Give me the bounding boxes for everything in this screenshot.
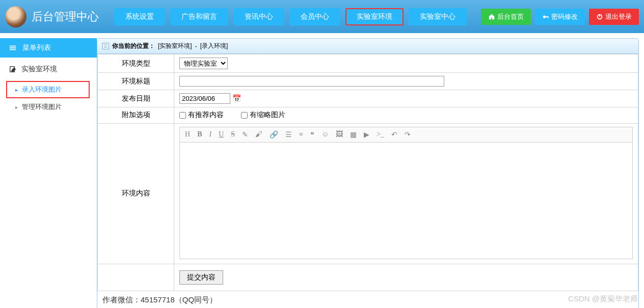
link-icon[interactable]: 🔗: [270, 130, 278, 139]
nav-ads-messages[interactable]: 广告和留言: [170, 8, 228, 25]
underline-icon[interactable]: U: [219, 130, 224, 138]
thumb-label: 有缩略图片: [250, 110, 285, 120]
undo-icon[interactable]: ↶: [391, 130, 397, 139]
watermark: CSDN @黄菊华老师: [568, 294, 638, 304]
calendar-icon[interactable]: 📅: [232, 94, 241, 102]
redo-icon[interactable]: ↷: [405, 130, 411, 139]
home-icon: [488, 13, 495, 20]
nav-info-center[interactable]: 资讯中心: [233, 8, 284, 25]
breadcrumb-part2: [录入环境]: [200, 42, 228, 50]
bold-icon[interactable]: B: [197, 130, 202, 138]
home-button-label: 后台首页: [497, 12, 524, 21]
password-button[interactable]: 密码修改: [535, 9, 585, 25]
breadcrumb: 你当前的位置： [实验室环境]-[录入环境]: [97, 39, 638, 54]
logout-button[interactable]: 退出登录: [589, 9, 639, 25]
breadcrumb-prefix: 你当前的位置：: [112, 42, 155, 50]
ordered-list-icon[interactable]: ≡: [299, 130, 303, 138]
app-title: 后台管理中心: [32, 9, 99, 24]
publish-date-label: 发布日期: [98, 90, 174, 107]
recommend-checkbox[interactable]: [179, 112, 186, 119]
env-type-label: 环境类型: [98, 54, 174, 73]
env-title-label: 环境标题: [98, 73, 174, 90]
nav-lab-env[interactable]: 实验室环境: [345, 8, 404, 25]
nav-system-settings[interactable]: 系统设置: [114, 8, 165, 25]
strike-icon[interactable]: S: [231, 130, 235, 138]
quote-icon[interactable]: ❝: [310, 130, 314, 139]
nav-bar: 系统设置 广告和留言 资讯中心 会员中心 实验室环境 实验室中心: [114, 8, 476, 25]
nav-lab-center[interactable]: 实验室中心: [409, 8, 467, 25]
code-icon[interactable]: >_: [377, 130, 384, 138]
brush-icon[interactable]: 🖌: [255, 130, 262, 138]
env-type-select[interactable]: 物理实验室: [179, 58, 228, 69]
table-icon[interactable]: ▦: [350, 130, 357, 139]
panel: 你当前的位置： [实验室环境]-[录入环境] 环境类型 物理实验室 环境标题: [97, 38, 639, 308]
header-actions: 后台首页 密码修改 退出登录: [481, 9, 639, 25]
submit-button[interactable]: 提交内容: [179, 270, 223, 285]
sidebar-item-manage-image[interactable]: ▸ 管理环境图片: [0, 98, 97, 116]
caret-right-icon: ▸: [15, 87, 18, 93]
menu-section-label: 实验室环境: [21, 65, 57, 74]
top-header: 后台管理中心 系统设置 广告和留言 资讯中心 会员中心 实验室环境 实验室中心 …: [0, 0, 644, 33]
sidebar-item-label: 管理环境图片: [22, 102, 62, 111]
sidebar-item-add-image[interactable]: ▸ 录入环境图片: [6, 81, 90, 98]
thumb-checkbox[interactable]: [241, 112, 248, 119]
publish-date-input[interactable]: [179, 93, 230, 104]
nav-member-center[interactable]: 会员中心: [289, 8, 340, 25]
menu-section-lab-env[interactable]: 实验室环境: [0, 58, 97, 81]
menu-header-label: 菜单列表: [22, 43, 51, 52]
power-icon: [596, 13, 603, 20]
document-icon: [102, 43, 109, 49]
caret-right-icon: ▸: [15, 104, 18, 110]
menu-list-icon: [9, 44, 16, 51]
recommend-label: 有推荐内容: [188, 110, 224, 120]
key-icon: [542, 13, 549, 20]
breadcrumb-part1: [实验室环境]: [158, 42, 192, 50]
content-editor[interactable]: [179, 142, 633, 259]
list-icon[interactable]: ☰: [285, 130, 292, 139]
svg-rect-2: [548, 16, 549, 18]
breadcrumb-sep: -: [195, 43, 197, 50]
form-table: 环境类型 物理实验室 环境标题 发布日期 📅 附加选项: [97, 54, 638, 291]
sidebar: 菜单列表 实验室环境 ▸ 录入环境图片 ▸ 管理环境图片: [0, 33, 97, 308]
edit-icon: [9, 66, 16, 73]
env-content-label: 环境内容: [98, 123, 174, 264]
recommend-checkbox-wrap[interactable]: 有推荐内容: [179, 110, 224, 120]
image-icon[interactable]: 🖼: [336, 130, 343, 138]
footer-text: 作者微信：45157718（QQ同号）: [97, 291, 638, 309]
extra-options-label: 附加选项: [98, 107, 174, 124]
editor-toolbar: H B I U S ✎ 🖌 🔗 ☰ ≡ ❝ ☺ 🖼: [179, 127, 633, 142]
logout-button-label: 退出登录: [605, 12, 632, 21]
emoji-icon[interactable]: ☺: [321, 130, 329, 138]
content-area: 你当前的位置： [实验室环境]-[录入环境] 环境类型 物理实验室 环境标题: [97, 33, 644, 308]
avatar: [5, 6, 26, 27]
svg-rect-7: [10, 49, 16, 50]
password-button-label: 密码修改: [551, 12, 578, 21]
env-title-input[interactable]: [179, 76, 444, 87]
home-button[interactable]: 后台首页: [481, 9, 531, 25]
svg-rect-6: [10, 47, 16, 48]
svg-rect-5: [10, 46, 16, 47]
video-icon[interactable]: ▶: [364, 130, 369, 139]
sidebar-item-label: 录入环境图片: [22, 85, 62, 94]
heading-icon[interactable]: H: [185, 130, 190, 138]
eraser-icon[interactable]: ✎: [242, 130, 248, 139]
menu-header: 菜单列表: [0, 38, 97, 58]
italic-icon[interactable]: I: [209, 130, 211, 138]
thumb-checkbox-wrap[interactable]: 有缩略图片: [241, 110, 285, 120]
